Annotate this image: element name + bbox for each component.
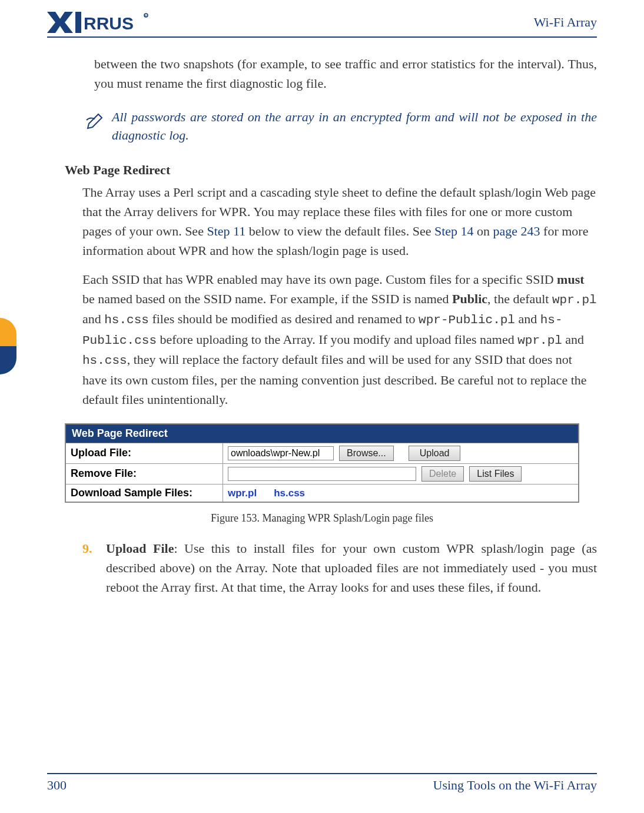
p2-must: must <box>557 272 584 287</box>
p2-code6: hs.css <box>82 354 127 367</box>
figure-wpr-ui: Web Page Redirect Upload File: Browse...… <box>65 423 579 503</box>
p2-text-f: and <box>515 311 540 326</box>
list-marker-9: 9. <box>82 539 106 597</box>
page-header: RRUS R Wi-Fi Array <box>47 12 597 38</box>
p2-text-h: and <box>562 332 584 347</box>
numbered-list: 9. Upload File: Use this to install file… <box>82 539 597 597</box>
p2-text-d: and <box>82 311 104 326</box>
p1-text-c: on <box>474 224 493 238</box>
p2-text-a: Each SSID that has WPR enabled may have … <box>82 272 557 287</box>
note-text: All passwords are stored on the array in… <box>112 108 597 145</box>
remove-file-input[interactable] <box>228 467 416 481</box>
svg-marker-0 <box>47 12 73 33</box>
wpr-panel-title: Web Page Redirect <box>65 424 579 443</box>
download-sample-label: Download Sample Files: <box>65 484 223 502</box>
footer-page-number: 300 <box>47 778 67 793</box>
upload-file-label: Upload File: <box>65 443 223 463</box>
section-heading: Web Page Redirect <box>65 162 597 178</box>
p1-text-b: below to view the default files. See <box>245 224 434 238</box>
svg-rect-1 <box>75 12 81 33</box>
svg-text:RRUS: RRUS <box>84 14 134 33</box>
upload-file-input[interactable] <box>228 446 334 460</box>
brand-logo: RRUS R <box>47 12 153 33</box>
footer-section-title: Using Tools on the Wi-Fi Array <box>433 778 597 793</box>
p2-text-c: , the default <box>487 291 552 306</box>
download-link-wpr[interactable]: wpr.pl <box>228 487 257 499</box>
pencil-note-icon <box>82 108 112 134</box>
intro-continuation: between the two snapshots (for example, … <box>94 54 597 93</box>
link-step14[interactable]: Step 14 <box>434 224 474 238</box>
list-item-9: 9. Upload File: Use this to install file… <box>82 539 597 597</box>
delete-button[interactable]: Delete <box>421 466 464 482</box>
section-paragraph-1: The Array uses a Perl script and a casca… <box>82 182 597 260</box>
p2-text-i: , they will replace the factory default … <box>82 352 587 407</box>
remove-file-label: Remove File: <box>65 463 223 484</box>
p2-public: Public <box>452 291 487 306</box>
side-tab-marker <box>0 318 16 374</box>
link-page243[interactable]: page 243 <box>493 224 540 238</box>
upload-button[interactable]: Upload <box>409 446 461 461</box>
p2-text-b: be named based on the SSID name. For exa… <box>82 291 452 306</box>
download-link-hs[interactable]: hs.css <box>274 487 305 499</box>
header-title: Wi-Fi Array <box>534 15 597 30</box>
section-paragraph-2: Each SSID that has WPR enabled may have … <box>82 270 597 409</box>
p2-code5: wpr.pl <box>517 334 562 347</box>
p2-text-e: files should be modified as desired and … <box>149 311 419 326</box>
list-item-9-title: Upload File <box>106 541 174 556</box>
figure-caption: Figure 153. Managing WPR Splash/Login pa… <box>47 512 597 525</box>
svg-text:R: R <box>145 14 148 18</box>
page-footer: 300 Using Tools on the Wi-Fi Array <box>47 773 597 793</box>
list-item-9-text: : Use this to install files for your own… <box>106 541 597 595</box>
p2-code3: wpr-Public.pl <box>419 313 515 327</box>
p2-code1: wpr.pl <box>552 293 597 307</box>
p2-text-g: before uploading to the Array. If you mo… <box>157 332 517 347</box>
list-files-button[interactable]: List Files <box>469 466 522 482</box>
note-box: All passwords are stored on the array in… <box>82 108 597 145</box>
link-step11[interactable]: Step 11 <box>207 224 245 238</box>
p2-code2: hs.css <box>104 313 149 327</box>
browse-button[interactable]: Browse... <box>339 446 394 461</box>
